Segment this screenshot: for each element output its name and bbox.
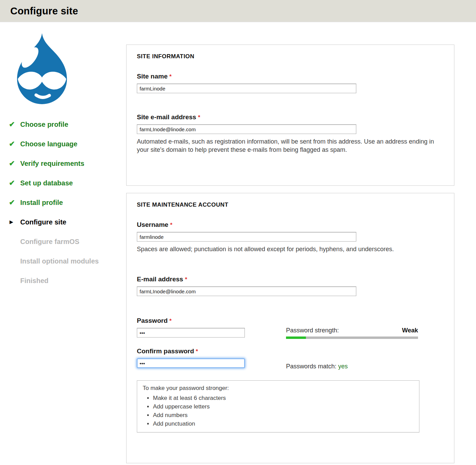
- passwords-match-status: Passwords match: yes: [286, 347, 418, 370]
- site-email-help: Automated e-mails, such as registration …: [137, 137, 444, 154]
- install-task-list: ✔ Choose profile ✔ Choose language ✔ Ver…: [9, 120, 126, 285]
- password-strength-meter-fill: [286, 336, 306, 339]
- password-label: Password*: [137, 317, 286, 325]
- site-maintenance-account-fieldset: SITE MAINTENANCE ACCOUNT Username* Space…: [126, 193, 454, 463]
- task-label: Choose language: [20, 140, 78, 148]
- account-email-input[interactable]: [137, 286, 356, 296]
- content-layout: ✔ Choose profile ✔ Choose language ✔ Ver…: [0, 22, 476, 463]
- password-tips-list: Make it at least 6 characters Add upperc…: [143, 394, 414, 428]
- task-install-profile: ✔ Install profile: [9, 198, 126, 207]
- password-row: Password* Password strength: Weak: [137, 317, 444, 339]
- password-strength-label: Password strength:: [286, 327, 339, 334]
- site-name-input[interactable]: [137, 84, 356, 93]
- task-configure-site: ▶ Configure site: [9, 218, 126, 226]
- required-marker: *: [196, 348, 198, 355]
- required-marker: *: [185, 276, 187, 283]
- task-label: Install optional modules: [20, 257, 99, 265]
- task-configure-farmos: Configure farmOS: [9, 237, 126, 246]
- task-choose-profile: ✔ Choose profile: [9, 120, 126, 129]
- task-set-up-database: ✔ Set up database: [9, 179, 126, 187]
- username-help: Spaces are allowed; punctuation is not a…: [137, 245, 444, 253]
- task-choose-language: ✔ Choose language: [9, 140, 126, 148]
- required-marker: *: [169, 73, 172, 80]
- check-icon: ✔: [9, 198, 20, 207]
- password-tip: Add punctuation: [153, 419, 414, 428]
- passwords-match-label: Passwords match:: [286, 363, 336, 370]
- drupal-logo-icon: [7, 32, 77, 105]
- confirm-password-input[interactable]: [137, 358, 245, 368]
- check-icon: ✔: [9, 120, 20, 129]
- check-icon: ✔: [9, 159, 20, 168]
- username-input[interactable]: [137, 232, 356, 242]
- site-email-label: Site e-mail address*: [137, 113, 444, 121]
- password-tips-title: To make your password stronger:: [143, 384, 414, 392]
- confirm-password-label: Confirm password*: [137, 347, 286, 355]
- username-label: Username*: [137, 221, 444, 229]
- site-name-label: Site name*: [137, 72, 444, 81]
- task-verify-requirements: ✔ Verify requirements: [9, 159, 126, 168]
- passwords-match-value: yes: [338, 363, 348, 370]
- account-email-label: E-mail address*: [137, 275, 444, 283]
- install-form: SITE INFORMATION Site name* Site e-mail …: [126, 45, 454, 463]
- site-maintenance-account-legend: SITE MAINTENANCE ACCOUNT: [137, 201, 444, 208]
- password-input[interactable]: [137, 328, 245, 338]
- password-strength-indicator: Password strength: Weak: [286, 317, 418, 339]
- check-icon: ✔: [9, 179, 20, 187]
- task-label: Finished: [20, 277, 48, 285]
- check-icon: ✔: [9, 140, 20, 148]
- task-finished: Finished: [9, 277, 126, 285]
- site-email-input[interactable]: [137, 124, 356, 134]
- required-marker: *: [198, 114, 200, 121]
- task-label: Verify requirements: [20, 159, 84, 168]
- task-label: Set up database: [20, 179, 73, 187]
- password-tips-box: To make your password stronger: Make it …: [137, 380, 419, 432]
- current-step-arrow-icon: ▶: [9, 218, 20, 226]
- password-strength-meter: [286, 336, 418, 339]
- confirm-password-row: Confirm password* Passwords match: yes: [137, 347, 444, 370]
- page-header: Configure site: [0, 0, 476, 22]
- password-tip: Add uppercase letters: [153, 402, 414, 411]
- password-tip: Add numbers: [153, 411, 414, 419]
- site-information-fieldset: SITE INFORMATION Site name* Site e-mail …: [126, 45, 454, 186]
- task-label: Configure site: [20, 218, 66, 226]
- password-tip: Make it at least 6 characters: [153, 394, 414, 402]
- task-label: Choose profile: [20, 120, 68, 129]
- page-title: Configure site: [10, 5, 78, 17]
- task-install-optional-modules: Install optional modules: [9, 257, 126, 265]
- required-marker: *: [169, 318, 172, 324]
- required-marker: *: [170, 222, 172, 228]
- task-label: Install profile: [20, 198, 63, 207]
- password-strength-level: Weak: [402, 327, 418, 334]
- install-sidebar: ✔ Choose profile ✔ Choose language ✔ Ver…: [0, 22, 126, 463]
- task-label: Configure farmOS: [20, 237, 79, 246]
- password-field: Password*: [137, 317, 286, 339]
- site-information-legend: SITE INFORMATION: [137, 53, 444, 60]
- confirm-password-field: Confirm password*: [137, 347, 286, 370]
